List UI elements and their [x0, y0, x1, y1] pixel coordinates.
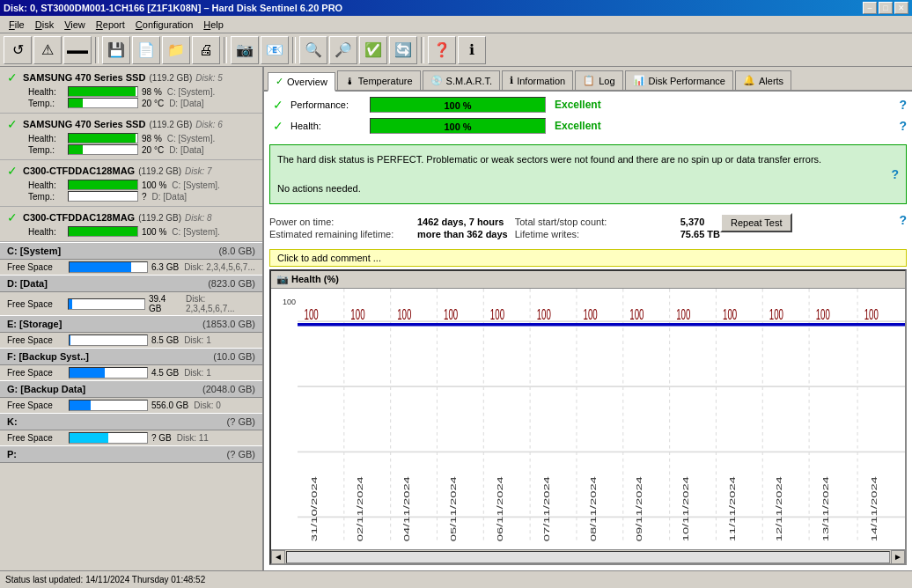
disk-3-health-row: Health: 100 % C: [System]. [7, 226, 259, 237]
vol-d-bar [68, 298, 145, 310]
smart-tab-label: S.M.A.R.T. [446, 76, 493, 86]
svg-text:14/11/2024: 14/11/2024 [870, 475, 879, 540]
vol-g-disk-info: Disk: 0 [194, 401, 221, 410]
toolbar-folder[interactable]: 📁 [162, 36, 190, 64]
chart-scroll-left[interactable]: ◄ [271, 550, 285, 564]
overview-tab-label: Overview [287, 77, 327, 87]
vol-d-size: (823.0 GB) [208, 278, 255, 289]
vol-g-free-label: Free Space [7, 401, 69, 410]
vol-c-free-label: Free Space [7, 262, 69, 272]
vol-d-disk-info: Disk: 2,3,4,5,6,7... [186, 294, 255, 313]
title-bar: Disk: 0, ST3000DM001-1CH166 [Z1F1K08N] –… [0, 0, 912, 16]
tab-information[interactable]: ℹ Information [502, 70, 573, 90]
disk-1-num: Disk: 6 [195, 120, 223, 129]
vol-p-header: P: (? GB) [0, 445, 262, 463]
performance-help-icon[interactable]: ? [899, 98, 907, 112]
vol-f-free-row: Free Space 4.5 GB Disk: 1 [0, 365, 262, 380]
disk-2-temp-bar [68, 191, 138, 202]
disk-1-drive-d: D: [Data] [169, 145, 203, 155]
tab-temperature[interactable]: 🌡 Temperature [337, 70, 421, 90]
menu-view[interactable]: View [59, 18, 91, 32]
vol-c-free-row: Free Space 6.3 GB Disk: 2,3,4,5,6,7... [0, 260, 262, 275]
disk-1-health-label: Health: [28, 134, 68, 143]
toolbar-refresh2[interactable]: 🔄 [389, 36, 417, 64]
disk-1-health-row: Health: 98 % C: [System]. [7, 133, 259, 143]
svg-text:100: 100 [490, 306, 504, 322]
vol-p-size: (? GB) [227, 449, 255, 459]
chart-scroll-right[interactable]: ► [891, 550, 905, 564]
vol-g-size: (2048.0 GB) [202, 384, 255, 394]
tab-diskperf[interactable]: 📊 Disk Performance [625, 70, 733, 90]
disk-entry-3: ✓ C300-CTFDDAC128MAG (119.2 GB) Disk: 8 … [0, 207, 262, 242]
toolbar-info1[interactable]: 🔍 [299, 36, 327, 64]
vol-f-disk-info: Disk: 1 [184, 368, 211, 378]
menu-configuration[interactable]: Configuration [130, 18, 198, 32]
alerts-tab-icon: 🔔 [743, 75, 755, 86]
disk-0-health-val: 98 % [142, 87, 162, 97]
repeat-test-button[interactable]: Repeat Test [720, 213, 793, 232]
vol-f-bar [69, 367, 148, 379]
menu-bar: File Disk View Report Configuration Help [0, 16, 912, 33]
vol-k-header: K: (? GB) [0, 413, 262, 430]
toolbar-about[interactable]: ℹ [458, 36, 486, 64]
toolbar-print[interactable]: 🖨 [192, 36, 220, 64]
toolbar-alert[interactable]: ⚠ [33, 36, 62, 64]
alerts-tab-label: Alerts [759, 76, 783, 86]
vol-e-letter: E: [Storage] [7, 319, 62, 329]
health-help-icon[interactable]: ? [899, 119, 907, 133]
disk-1-drive-c: C: [System]. [167, 134, 215, 143]
chart-scroll-track[interactable] [286, 551, 890, 563]
toolbar-send[interactable]: 📧 [261, 36, 289, 64]
toolbar-camera[interactable]: 📷 [231, 36, 259, 64]
vol-g-header: G: [Backup Data] (2048.0 GB) [0, 380, 262, 398]
menu-report[interactable]: Report [91, 18, 130, 32]
toolbar-bar[interactable]: ▬▬ [63, 36, 92, 64]
disk-2-health-val: 100 % [142, 180, 166, 190]
chart-inner: 100 [271, 289, 905, 550]
tab-alerts[interactable]: 🔔 Alerts [735, 70, 791, 90]
vol-k-disk-info: Disk: 11 [177, 433, 209, 443]
start-stop-value: 5,370 [680, 217, 720, 227]
toolbar-help[interactable]: ❓ [428, 36, 456, 64]
info-section: Power on time: 1462 days, 7 hours Total … [269, 213, 907, 243]
vol-c-letter: C: [System] [7, 246, 61, 256]
status-help-icon[interactable]: ? [891, 165, 899, 184]
disk-0-temp-row: Temp.: 20 °C D: [Data] [7, 98, 259, 108]
vol-d-free-val: 39.4 GB [149, 294, 180, 313]
comment-bar[interactable]: Click to add comment ... [269, 249, 907, 267]
disk-3-size: (119.2 GB) [138, 213, 181, 223]
performance-bar: 100 % [370, 97, 546, 113]
tab-smart[interactable]: 💿 S.M.A.R.T. [423, 70, 501, 90]
svg-text:10/11/2024: 10/11/2024 [681, 475, 690, 540]
power-on-value: 1462 days, 7 hours [417, 217, 508, 227]
vol-d-free-row: Free Space 39.4 GB Disk: 2,3,4,5,6,7... [0, 292, 262, 315]
tab-overview[interactable]: ✓ Overview [268, 72, 335, 92]
vol-g-bar [69, 400, 148, 411]
svg-text:12/11/2024: 12/11/2024 [775, 475, 783, 540]
close-button[interactable]: ✕ [894, 2, 908, 14]
toolbar-refresh[interactable]: ↺ [4, 36, 32, 64]
menu-disk[interactable]: Disk [30, 18, 59, 32]
svg-text:13/11/2024: 13/11/2024 [821, 475, 830, 540]
menu-help[interactable]: Help [198, 18, 229, 32]
toolbar-check[interactable]: ✅ [359, 36, 387, 64]
tab-log[interactable]: 📋 Log [575, 70, 622, 90]
status-text: Status last updated: 14/11/2024 Thursday… [5, 575, 205, 584]
toolbar-save[interactable]: 💾 [102, 36, 130, 64]
disk-0-drive-d: D: [Data] [169, 99, 203, 108]
svg-text:09/11/2024: 09/11/2024 [636, 475, 644, 540]
svg-text:100: 100 [723, 306, 737, 322]
vol-c-bar [69, 261, 148, 273]
disk-3-health-label: Health: [28, 227, 68, 237]
repeat-help-icon[interactable]: ? [899, 213, 907, 227]
toolbar-doc[interactable]: 📄 [132, 36, 160, 64]
disk-0-size: (119.2 GB) [149, 73, 192, 83]
menu-file[interactable]: File [4, 18, 30, 32]
svg-text:05/11/2024: 05/11/2024 [449, 475, 458, 540]
disk-1-temp-val: 20 °C [142, 145, 164, 155]
toolbar-search[interactable]: 🔎 [329, 36, 357, 64]
health-label: Health: [291, 121, 370, 131]
minimize-button[interactable]: – [863, 2, 877, 14]
maximize-button[interactable]: □ [879, 2, 893, 14]
lifetime-writes-value: 75.65 TB [680, 229, 720, 239]
